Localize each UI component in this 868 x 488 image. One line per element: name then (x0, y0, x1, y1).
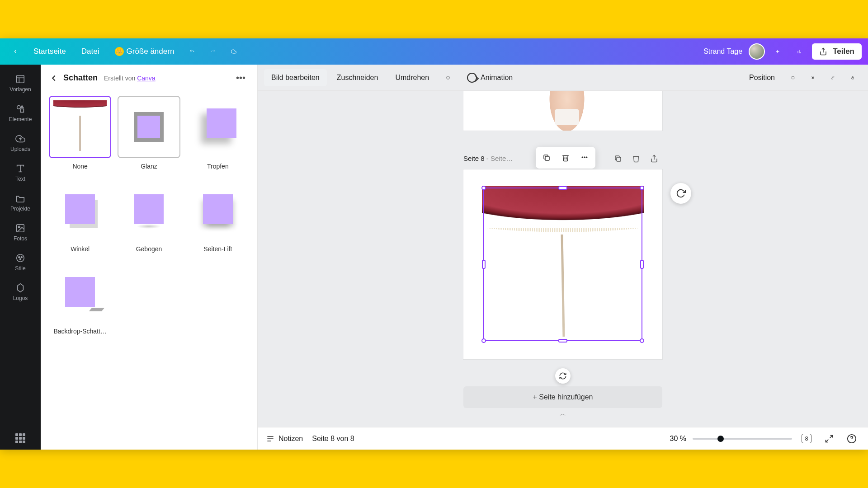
rail-uploads[interactable]: Uploads (0, 128, 41, 158)
styles-icon (15, 253, 26, 263)
bikini-image (547, 91, 587, 131)
page-subtitle: - Seite… (485, 155, 513, 162)
add-member-button[interactable] (769, 42, 787, 61)
animation-icon (467, 73, 477, 83)
lock-button[interactable] (844, 69, 862, 87)
shadow-item-glanz: Glanz (118, 96, 180, 170)
rail-label: Logos (13, 295, 28, 301)
panel-creator-link[interactable]: Canva (137, 75, 155, 82)
page-export-button[interactable] (646, 150, 662, 167)
shadow-label: Glanz (141, 163, 157, 170)
resize-handle-tl[interactable] (481, 186, 486, 190)
rail-templates[interactable]: Vorlagen (0, 68, 41, 98)
share-button[interactable]: Teilen (812, 43, 862, 60)
link-button[interactable] (824, 69, 842, 87)
svg-marker-19 (18, 284, 24, 292)
logos-icon (15, 282, 26, 293)
page-copy-button[interactable] (610, 150, 626, 167)
resize-handle-r[interactable] (640, 260, 644, 269)
page-delete-button[interactable] (628, 150, 644, 167)
grid-view-button[interactable]: 8 (798, 431, 815, 447)
edit-image-button[interactable]: Bild bearbeiten (264, 69, 327, 86)
transparency-button[interactable] (784, 69, 802, 87)
canvas-scroll[interactable]: Seite 8 - Seite… ••• (258, 91, 868, 427)
fullscreen-button[interactable] (821, 431, 837, 447)
rail-label: Uploads (10, 146, 30, 152)
panel-meta: Erstellt von Canva (104, 75, 156, 82)
undo-button[interactable] (183, 42, 201, 61)
animation-button[interactable]: Animation (460, 68, 520, 87)
rail-styles[interactable]: Stile (0, 247, 41, 277)
svg-rect-27 (813, 77, 814, 77)
avatar[interactable] (749, 43, 765, 60)
flip-button[interactable]: Umdrehen (388, 69, 436, 86)
refresh-fab[interactable] (670, 183, 691, 204)
zoom-slider[interactable] (693, 438, 792, 440)
position-button[interactable]: Position (742, 69, 782, 86)
help-button[interactable] (844, 431, 860, 447)
context-toolbar-right: Position (742, 69, 862, 87)
svg-point-14 (18, 226, 20, 228)
rotate-handle[interactable] (555, 368, 571, 384)
info-button[interactable] (439, 69, 457, 87)
redo-button[interactable] (204, 42, 222, 61)
home-button[interactable]: Startseite (27, 43, 72, 60)
zoom-value[interactable]: 30 % (670, 435, 686, 443)
collapse-pages-button[interactable]: ︿ (463, 410, 662, 418)
zoom-knob[interactable] (717, 436, 724, 442)
resize-handle-b[interactable] (558, 339, 567, 343)
side-rail: Vorlagen Elemente Uploads Text Projekte … (0, 65, 41, 450)
rail-text[interactable]: Text (0, 158, 41, 188)
resize-button[interactable]: 👑 Größe ändern (108, 43, 181, 60)
shadow-item-gebogen: Gebogen (118, 178, 180, 252)
shadow-thumb-seitenlift[interactable] (187, 178, 249, 240)
selection-box[interactable] (483, 188, 642, 341)
insights-button[interactable] (790, 42, 808, 61)
duplicate-page-button[interactable] (538, 149, 556, 167)
rail-logos[interactable]: Logos (0, 277, 41, 307)
add-page-button[interactable]: + Seite hinzufügen (463, 386, 662, 408)
rail-projects[interactable]: Projekte (0, 188, 41, 217)
shadow-thumb-winkel[interactable] (49, 178, 111, 240)
svg-point-16 (19, 257, 20, 258)
crop-button[interactable]: Zuschneiden (330, 69, 386, 86)
panel-back-button[interactable] (49, 73, 59, 83)
svg-point-18 (20, 258, 21, 260)
notes-button[interactable]: Notizen (266, 434, 303, 443)
apps-icon (15, 433, 25, 443)
prev-page-preview[interactable] (463, 91, 662, 131)
canvas-area: Bild bearbeiten Zuschneiden Umdrehen Ani… (258, 65, 868, 450)
resize-handle-br[interactable] (640, 338, 644, 343)
file-menu[interactable]: Datei (75, 43, 106, 60)
shadow-thumb-tropfen[interactable] (187, 96, 249, 158)
panel-title: Schatten (63, 73, 98, 83)
cloud-sync-icon[interactable] (225, 42, 243, 61)
page-more-button[interactable]: ••• (576, 149, 594, 167)
svg-rect-26 (812, 77, 813, 77)
delete-page-button[interactable] (557, 149, 575, 167)
shadow-thumb-backdrop[interactable] (49, 261, 111, 323)
svg-rect-10 (20, 109, 24, 112)
back-button[interactable] (6, 42, 24, 61)
canvas-page[interactable] (463, 169, 662, 359)
shadow-thumb-none[interactable] (49, 96, 111, 158)
elements-icon (15, 103, 26, 114)
photos-icon (15, 223, 26, 234)
rail-apps[interactable] (0, 427, 41, 450)
project-name[interactable]: Strand Tage (703, 47, 742, 56)
panel-more-button[interactable]: ••• (232, 71, 249, 85)
page-label[interactable]: Seite 8 - Seite… (463, 155, 513, 162)
resize-handle-bl[interactable] (481, 338, 486, 343)
svg-rect-34 (617, 157, 621, 161)
rail-photos[interactable]: Fotos (0, 217, 41, 247)
resize-handle-t[interactable] (558, 186, 567, 190)
checker-button[interactable] (804, 69, 822, 87)
crown-icon: 👑 (115, 47, 124, 56)
shadow-thumb-glanz[interactable] (118, 96, 180, 158)
resize-handle-tr[interactable] (640, 186, 644, 190)
shadow-label: Winkel (71, 245, 90, 253)
rail-elements[interactable]: Elemente (0, 98, 41, 128)
svg-rect-24 (811, 76, 812, 77)
resize-handle-l[interactable] (482, 260, 486, 269)
shadow-thumb-gebogen[interactable] (118, 178, 180, 240)
